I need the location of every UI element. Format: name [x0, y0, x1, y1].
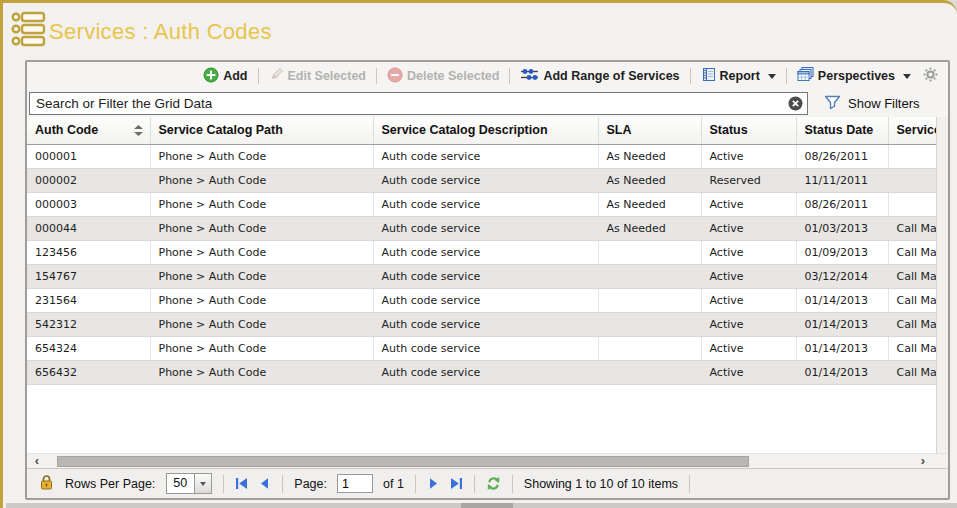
grid-panel: Add Edit Selected Delete Selected: [25, 60, 950, 500]
layered-grid-icon: [797, 67, 814, 85]
table-cell: Auth code service: [373, 336, 598, 360]
first-page-button[interactable]: [235, 477, 248, 490]
table-cell: Active: [701, 312, 796, 336]
footer-separator: [512, 475, 513, 493]
table-row[interactable]: 000044Phone > Auth CodeAuth code service…: [27, 216, 936, 240]
edit-selected-label: Edit Selected: [288, 69, 367, 83]
footer-separator: [689, 475, 690, 493]
table-row[interactable]: 654324Phone > Auth CodeAuth code service…: [27, 336, 936, 360]
page-scrollbar-thumb[interactable]: [461, 503, 513, 508]
search-input[interactable]: [29, 92, 808, 115]
add-range-of-services-label: Add Range of Services: [543, 69, 679, 83]
delete-selected-button[interactable]: Delete Selected: [385, 67, 501, 86]
table-row[interactable]: 000002Phone > Auth CodeAuth code service…: [27, 168, 936, 192]
page-total-label: of 1: [383, 477, 404, 491]
table-cell: 000001: [27, 144, 150, 168]
table-cell: [888, 144, 936, 168]
column-header-status[interactable]: Status: [701, 117, 796, 144]
table-cell: Phone > Auth Code: [150, 216, 373, 240]
table-cell: 000002: [27, 168, 150, 192]
table-cell: [598, 312, 701, 336]
column-header-service-host[interactable]: Service H: [888, 117, 936, 144]
table-cell: Active: [701, 288, 796, 312]
table-cell: Phone > Auth Code: [150, 360, 373, 384]
table-cell: 154767: [27, 264, 150, 288]
pagination-footer: Rows Per Page: 50 Page: of 1: [27, 468, 948, 498]
toolbar: Add Edit Selected Delete Selected: [27, 62, 948, 90]
table-cell: 11/11/2011: [796, 168, 888, 192]
horizontal-scrollbar[interactable]: ‹ ›: [27, 453, 948, 468]
toolbar-separator: [786, 68, 787, 84]
toolbar-separator: [509, 68, 510, 84]
table-row[interactable]: 000001Phone > Auth CodeAuth code service…: [27, 144, 936, 168]
refresh-button[interactable]: [486, 476, 501, 491]
table-cell: 08/26/2011: [796, 192, 888, 216]
footer-separator: [415, 475, 416, 493]
table-row[interactable]: 231564Phone > Auth CodeAuth code service…: [27, 288, 936, 312]
range-sliders-icon: [520, 68, 539, 84]
table-row[interactable]: 656432Phone > Auth CodeAuth code service…: [27, 360, 936, 384]
table-cell: [888, 192, 936, 216]
rows-per-page-select[interactable]: 50: [166, 473, 212, 494]
column-header-auth-code[interactable]: Auth Code: [27, 117, 150, 144]
table-cell: Auth code service: [373, 360, 598, 384]
last-page-button[interactable]: [450, 477, 463, 490]
column-header-status-date[interactable]: Status Date: [796, 117, 888, 144]
column-header-sla[interactable]: SLA: [598, 117, 701, 144]
padlock-icon[interactable]: [39, 474, 54, 494]
perspectives-button[interactable]: Perspectives: [795, 67, 913, 85]
select-dropdown-button[interactable]: [194, 474, 211, 493]
table-cell: 542312: [27, 312, 150, 336]
rows-per-page-value: 50: [167, 474, 194, 493]
column-header-service-catalog-path[interactable]: Service Catalog Path: [150, 117, 373, 144]
table-cell: [888, 168, 936, 192]
table-cell: Call Manag: [888, 360, 936, 384]
footer-separator: [474, 475, 475, 493]
table-cell: Phone > Auth Code: [150, 240, 373, 264]
refresh-icon: [486, 479, 501, 494]
notebook-icon: [701, 67, 716, 85]
edit-selected-button[interactable]: Edit Selected: [267, 67, 369, 85]
table-cell: As Needed: [598, 168, 701, 192]
table-cell: 000044: [27, 216, 150, 240]
add-button[interactable]: Add: [201, 67, 249, 86]
table-cell: 000003: [27, 192, 150, 216]
toolbar-separator: [258, 68, 259, 84]
clear-search-icon[interactable]: [788, 96, 803, 111]
page-title: Services : Auth Codes: [49, 19, 272, 45]
show-filters-button[interactable]: Show Filters: [824, 95, 920, 113]
table-cell: Active: [701, 264, 796, 288]
chevron-down-icon: [200, 482, 206, 486]
table-cell: 08/26/2011: [796, 144, 888, 168]
vertical-scrollbar[interactable]: [936, 117, 948, 453]
add-range-of-services-button[interactable]: Add Range of Services: [518, 68, 681, 84]
delete-selected-label: Delete Selected: [407, 69, 499, 83]
grid-settings-button[interactable]: [921, 67, 940, 85]
table-cell: Auth code service: [373, 216, 598, 240]
scroll-left-icon[interactable]: ‹: [30, 454, 44, 468]
next-page-button[interactable]: [427, 477, 440, 490]
column-header-service-catalog-description[interactable]: Service Catalog Description: [373, 117, 598, 144]
show-filters-label: Show Filters: [848, 96, 920, 111]
page-scrollbar[interactable]: [6, 503, 957, 508]
table-cell: Phone > Auth Code: [150, 288, 373, 312]
sort-arrows-icon[interactable]: [134, 125, 143, 136]
previous-page-button[interactable]: [258, 477, 271, 490]
table-row[interactable]: 542312Phone > Auth CodeAuth code service…: [27, 312, 936, 336]
table-cell: Phone > Auth Code: [150, 192, 373, 216]
table-cell: 654324: [27, 336, 150, 360]
table-cell: Phone > Auth Code: [150, 336, 373, 360]
table-cell: 231564: [27, 288, 150, 312]
scroll-right-icon[interactable]: ›: [916, 454, 930, 468]
table-cell: [598, 240, 701, 264]
table-cell: Auth code service: [373, 144, 598, 168]
table-row[interactable]: 154767Phone > Auth CodeAuth code service…: [27, 264, 936, 288]
table-cell: Active: [701, 144, 796, 168]
table-cell: Phone > Auth Code: [150, 168, 373, 192]
table-cell: 123456: [27, 240, 150, 264]
report-button[interactable]: Report: [699, 67, 778, 85]
horizontal-scrollbar-thumb[interactable]: [57, 456, 749, 467]
page-number-input[interactable]: [337, 474, 373, 493]
table-row[interactable]: 123456Phone > Auth CodeAuth code service…: [27, 240, 936, 264]
table-row[interactable]: 000003Phone > Auth CodeAuth code service…: [27, 192, 936, 216]
